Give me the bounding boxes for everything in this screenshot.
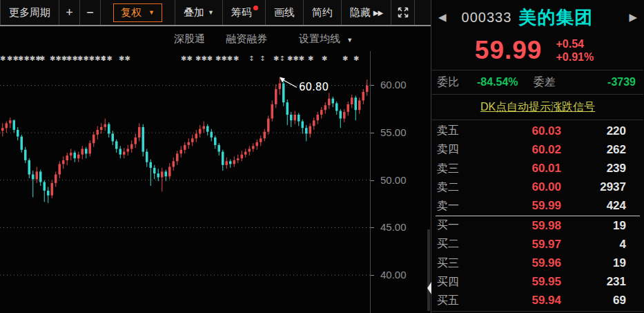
y-axis-tick (371, 133, 374, 133)
event-marker-icon: ✱✱ (66, 55, 78, 62)
simple-mode-button[interactable]: 简约 (304, 0, 342, 25)
ask-row-1[interactable]: 卖一 59.99 424 (431, 197, 644, 216)
order-imbalance-row: 委比 -84.54% 委差 -3739 (431, 70, 644, 94)
chart-area: 更多周期 + − 复权 ▼ 叠加 ▼ 筹码 画线 简约 隐藏 ▶▶ (0, 0, 431, 313)
plot-region: ✱✱✱✱✱✱✱✱✱✱✱✱✱✱✱✱✱✱↕✱✱✱✱✱✱✱✱✱✱✱✱↕↕✱↕✱✱✱✱✱… (0, 51, 431, 313)
chart-subheader: 深股通 融资融券 设置均线 ▼ (0, 26, 431, 51)
panel-collapse-handle[interactable] (427, 278, 432, 298)
ask-volume: 424 (561, 199, 638, 213)
bid-row-1[interactable]: 买一 59.98 19 (431, 216, 644, 235)
stock-code: 000333 (462, 10, 512, 26)
bid-price: 59.98 (480, 219, 561, 233)
event-marker-icon: ↕ (260, 55, 265, 62)
ask-label: 卖三 (437, 162, 480, 176)
event-marker-icon: ✱ (353, 55, 359, 62)
event-marker-icon: ✱✱✱ (287, 55, 304, 62)
ask-label: 卖一 (437, 199, 480, 214)
chips-button[interactable]: 筹码 (223, 0, 266, 25)
hide-label: 隐藏 (350, 6, 371, 19)
y-axis-label: 55.00 (380, 126, 426, 138)
price-row: 59.99 +0.54 +0.91% (431, 31, 644, 70)
caret-down-icon: ▼ (208, 9, 214, 16)
ask-row-2[interactable]: 卖二 60.00 2937 (431, 178, 644, 197)
ask-price: 60.00 (480, 180, 561, 194)
ask-price: 60.02 (480, 143, 561, 157)
fullscreen-button[interactable] (391, 0, 415, 25)
dk-signal-row: DK点自动提示涨跌信号 (431, 95, 644, 120)
bid-label: 买一 (437, 218, 480, 233)
weibi-value: -84.54% (477, 76, 518, 88)
bid-price: 59.96 (480, 256, 561, 270)
y-axis-tick (371, 275, 374, 276)
zoom-out-button[interactable]: − (80, 0, 101, 25)
event-marker-icon: ✱ (308, 55, 313, 62)
next-stock-arrow-icon[interactable]: ▶ (629, 11, 637, 23)
y-axis-tick (371, 85, 374, 86)
price-change: +0.54 (556, 37, 594, 50)
bid-volume: 231 (561, 275, 638, 289)
fullscreen-expand-icon (397, 6, 409, 19)
weicha-value: -3739 (607, 76, 636, 88)
more-periods-button[interactable]: 更多周期 (0, 0, 59, 25)
event-marker-icon: ↕✱ (101, 55, 113, 62)
prev-stock-arrow-icon[interactable]: ◀ (438, 11, 447, 23)
dk-signal-link[interactable]: DK点自动提示涨跌信号 (480, 100, 595, 115)
event-marker-icon: ✱ (0, 55, 6, 62)
y-axis-label: 45.00 (380, 221, 426, 233)
ask-row-3[interactable]: 卖三 60.01 239 (431, 160, 644, 178)
bid-row-5[interactable]: 买五 59.94 69 (431, 292, 644, 310)
adjust-price-cell: 复权 ▼ (101, 0, 175, 25)
y-axis-label: 50.00 (380, 174, 426, 186)
weicha-label: 委差 (534, 75, 556, 90)
candlestick-plot[interactable]: ✱✱✱✱✱✱✱✱✱✱✱✱✱✱✱✱✱✱↕✱✱✱✱✱✱✱✱✱✱✱✱↕↕✱↕✱✱✱✱✱… (0, 51, 371, 313)
ask-price: 60.01 (480, 162, 561, 176)
bid-label: 买二 (437, 237, 480, 252)
scrollbar-strip[interactable] (427, 229, 430, 311)
price-annotation: 60.80 (299, 81, 329, 93)
ask-label: 卖二 (437, 180, 480, 195)
ask-row-5[interactable]: 卖五 60.03 220 (431, 122, 644, 140)
zoom-in-button[interactable]: + (59, 0, 80, 25)
quote-header: ◀ 000333 美的集团 ▶ (431, 0, 644, 31)
margin-trading-toggle[interactable]: 融资融券 (226, 32, 267, 46)
y-axis-tick (371, 180, 374, 181)
event-marker-icon: ✱ (322, 55, 327, 62)
event-marker-icon: ✱✱✱ (195, 55, 213, 62)
notification-dot-icon (253, 6, 258, 10)
order-book: 卖五 60.03 220 卖四 60.02 262 卖三 60.01 239 卖… (431, 120, 644, 313)
overlay-label: 叠加 (184, 6, 204, 19)
ask-label: 卖四 (437, 142, 480, 157)
ma-settings-label: 设置均线 (299, 32, 340, 44)
overlay-button[interactable]: 叠加 ▼ (175, 0, 223, 25)
bid-row-2[interactable]: 买二 59.97 4 (431, 235, 644, 254)
bid-row-3[interactable]: 买三 59.96 19 (431, 254, 644, 272)
event-marker-icon: ✱✱✱ (215, 55, 233, 62)
price-axis: 60.0055.0050.0045.0040.00 (371, 51, 430, 313)
bid-price: 59.97 (480, 238, 561, 252)
event-marker-icon: ✱ (233, 55, 239, 62)
double-right-arrow-icon: ▶▶ (373, 9, 382, 17)
bid-price: 59.95 (480, 275, 561, 289)
event-marker-icon: ✱ (342, 55, 348, 62)
shenzhen-connect-toggle[interactable]: 深股通 (174, 32, 205, 46)
collapse-left-arrow-icon (427, 282, 431, 294)
ask-volume: 2937 (561, 180, 638, 194)
bid-row-4[interactable]: 买四 59.95 231 (431, 273, 644, 292)
chart-toolbar: 更多周期 + − 复权 ▼ 叠加 ▼ 筹码 画线 简约 隐藏 ▶▶ (0, 0, 431, 26)
ma-settings-dropdown[interactable]: 设置均线 ▼ (299, 32, 353, 46)
stock-app-window: 更多周期 + − 复权 ▼ 叠加 ▼ 筹码 画线 简约 隐藏 ▶▶ (0, 0, 644, 313)
ask-row-4[interactable]: 卖四 60.02 262 (431, 140, 644, 159)
bid-price: 59.94 (480, 294, 561, 307)
caret-down-icon: ▼ (148, 9, 155, 16)
hide-button[interactable]: 隐藏 ▶▶ (342, 0, 391, 25)
event-marker-icon: ✱ (39, 55, 45, 62)
event-marker-icon: ↕ (248, 55, 254, 62)
ask-price: 59.99 (480, 199, 561, 213)
draw-line-button[interactable]: 画线 (266, 0, 304, 25)
event-marker-icon: ✱✱✱ (50, 55, 67, 62)
adjust-price-label: 复权 (121, 6, 142, 19)
bid-label: 买四 (437, 275, 480, 290)
quote-panel: ◀ 000333 美的集团 ▶ 59.99 +0.54 +0.91% 委比 -8… (431, 0, 644, 313)
stock-name: 美的集团 (518, 6, 593, 30)
adjust-price-button[interactable]: 复权 ▼ (113, 3, 162, 22)
